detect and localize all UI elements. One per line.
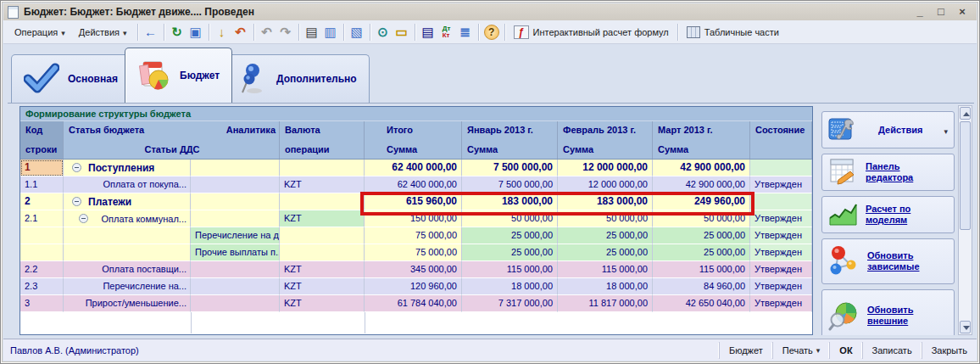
preview-icon[interactable] (348, 23, 366, 42)
table-row[interactable]: Перечисление на д... 75 000,00 25 000,00… (20, 227, 812, 244)
scrollbar-thumb[interactable] (960, 121, 971, 230)
cell-february[interactable]: 12 000 000,00 (558, 176, 653, 193)
cell-state[interactable]: Утвержден (750, 295, 812, 312)
editor-panel-button[interactable]: Панель редактора (821, 154, 955, 191)
cell-analytics[interactable] (191, 210, 280, 227)
cell-march[interactable]: 42 900 000,00 (653, 160, 750, 176)
table-row-highlighted[interactable]: 2 Платежи 615 960,00 183 000,00 183 000,… (20, 193, 812, 210)
collapse-icon[interactable] (72, 197, 81, 206)
cell-january[interactable]: 7 500 000,00 (462, 160, 558, 176)
cell-currency[interactable]: KZT (280, 295, 365, 312)
cell-march[interactable]: 249 960,00 (653, 193, 750, 210)
cell-article[interactable]: Перечисление на... (64, 278, 191, 295)
cell-article[interactable]: Оплата поставщи... (64, 261, 191, 278)
cell-currency[interactable]: KZT (280, 176, 365, 193)
ok-button[interactable]: ОК (829, 342, 861, 359)
cell-total[interactable]: 62 400 000,00 (365, 160, 462, 176)
update-dependent-button[interactable]: Обновить зависимые (821, 238, 955, 284)
cell-analytics[interactable]: Прочие выплаты п... (191, 244, 280, 261)
tabular-parts-button[interactable]: Табличные части (682, 24, 784, 41)
help-icon[interactable] (484, 25, 499, 40)
cell-code[interactable] (20, 244, 64, 261)
tab-additional[interactable]: Дополнительно (223, 54, 370, 103)
cell-total[interactable]: 120 960,00 (365, 278, 462, 295)
cell-february[interactable]: 115 000,00 (558, 261, 653, 278)
cell-february[interactable]: 50 000,00 (558, 210, 653, 227)
cell-february[interactable]: 11 817 000,00 (558, 295, 653, 312)
cell-code[interactable] (20, 227, 64, 244)
cell-march[interactable]: 25 000,00 (653, 244, 750, 261)
table-row[interactable]: 2.2 Оплата поставщи... KZT 345 000,00 11… (20, 261, 812, 278)
cell-analytics[interactable] (191, 261, 280, 278)
cell-code[interactable]: 2.2 (20, 261, 64, 278)
cell-january[interactable]: 7 317 000,00 (462, 295, 558, 312)
cell-march[interactable]: 42 650 040,00 (653, 295, 750, 312)
cell-total[interactable]: 75 000,00 (365, 244, 462, 261)
cell-january[interactable]: 50 000,00 (462, 210, 558, 227)
vertical-scrollbar[interactable] (958, 105, 972, 335)
redo-icon[interactable] (276, 23, 295, 42)
cell-february[interactable]: 18 000,00 (558, 278, 653, 295)
collapse-icon[interactable] (79, 214, 88, 223)
cell-january[interactable]: 7 500 000,00 (462, 176, 558, 193)
copy-add-icon[interactable] (187, 23, 205, 42)
cell-currency[interactable]: KZT (280, 210, 365, 227)
table-row[interactable]: 1.1 Оплата от покупа... KZT 62 400 000,0… (20, 176, 812, 193)
table-row[interactable]: 2.3 Перечисление на... KZT 120 960,00 18… (20, 278, 812, 295)
cell-code[interactable]: 3 (20, 295, 64, 312)
cell-analytics[interactable]: Перечисление на д... (191, 227, 280, 244)
cell-february[interactable]: 25 000,00 (558, 244, 653, 261)
cell-article[interactable] (64, 244, 191, 261)
cell-state[interactable] (750, 193, 812, 210)
cell-state[interactable]: Утвержден (750, 210, 812, 227)
cell-article[interactable]: Прирост/уменьшение... (64, 295, 191, 312)
cell-february[interactable]: 183 000,00 (558, 193, 653, 210)
cell-currency[interactable] (280, 160, 365, 176)
interactive-formula-button[interactable]: Интерактивный расчет формул (509, 23, 674, 42)
cell-state[interactable]: Утвержден (750, 261, 812, 278)
cell-state[interactable]: Утвержден (750, 244, 812, 261)
cell-analytics[interactable] (191, 295, 280, 312)
table-row[interactable]: 3 Прирост/уменьшение... KZT 61 784 040,0… (20, 295, 812, 312)
cell-currency[interactable] (280, 193, 365, 210)
cell-january[interactable]: 25 000,00 (462, 227, 558, 244)
cell-total[interactable]: 150 000,00 (365, 210, 462, 227)
cell-article[interactable]: Оплата коммунал... (64, 210, 191, 227)
cell-analytics[interactable] (191, 278, 280, 295)
cell-state[interactable]: Утвержден (750, 176, 812, 193)
cell-analytics[interactable] (191, 160, 280, 176)
collapse-icon[interactable] (72, 163, 81, 172)
close-button[interactable]: × (955, 5, 969, 19)
table-row[interactable]: 1 Поступления 62 400 000,00 7 500 000,00… (20, 160, 812, 176)
refresh-icon[interactable] (168, 23, 187, 42)
cell-state[interactable] (750, 160, 812, 176)
cell-january[interactable]: 183 000,00 (462, 193, 558, 210)
reread-icon[interactable] (142, 23, 160, 42)
cell-article[interactable]: Поступления (64, 160, 191, 176)
cell-total[interactable]: 615 960,00 (365, 193, 462, 210)
structure-subordination-icon[interactable] (374, 23, 393, 42)
cell-march[interactable]: 50 000,00 (653, 210, 750, 227)
cell-state[interactable]: Утвержден (750, 227, 812, 244)
update-external-button[interactable]: Обновить внешние (821, 289, 955, 335)
cell-total[interactable]: 75 000,00 (365, 227, 462, 244)
cell-article[interactable]: Платежи (64, 193, 191, 210)
menu-operation[interactable]: Операция (8, 24, 72, 41)
undo-icon[interactable] (258, 23, 276, 42)
view-settings-icon[interactable] (321, 23, 340, 42)
cell-march[interactable]: 84 960,00 (653, 278, 750, 295)
cell-analytics[interactable] (191, 176, 280, 193)
post-document-icon[interactable] (213, 23, 231, 42)
tab-budget[interactable]: Бюджет (125, 48, 232, 103)
cell-currency[interactable]: KZT (280, 278, 365, 295)
table-row[interactable]: Прочие выплаты п... 75 000,00 25 000,00 … (20, 244, 812, 261)
cell-code[interactable]: 1 (20, 160, 64, 176)
clipboard-icon[interactable] (393, 23, 411, 42)
cell-january[interactable]: 115 000,00 (462, 261, 558, 278)
cell-january[interactable]: 25 000,00 (462, 244, 558, 261)
close-form-button[interactable]: Закрыть (922, 342, 977, 359)
cell-state[interactable]: Утвержден (750, 278, 812, 295)
cell-article[interactable] (64, 227, 191, 244)
cell-march[interactable]: 25 000,00 (653, 227, 750, 244)
cell-currency[interactable]: KZT (280, 261, 365, 278)
